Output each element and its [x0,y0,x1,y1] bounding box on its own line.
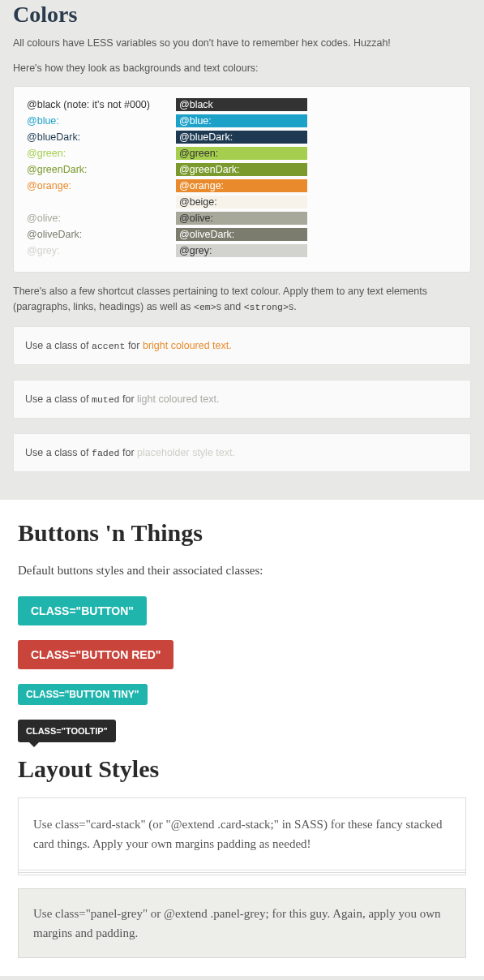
color-row: @blue:@blue: [27,114,457,127]
color-swatch: @blue: [176,114,307,127]
example-mid: for [125,340,143,351]
color-row: @beige: [27,196,457,208]
example-class-code: muted [92,394,120,405]
colors-panel: @black (note: it's not #000)@black@blue:… [13,86,471,273]
example-class-code: faded [92,448,120,458]
example-box: Use a class of muted for light coloured … [13,380,471,419]
color-label: @orange: [27,180,176,191]
button-tiny[interactable]: CLASS="BUTTON TINY" [18,684,148,705]
heading-buttons: Buttons 'n Things [18,519,466,547]
heading-colors: Colors [13,2,471,28]
tooltip-demo: CLASS="TOOLTIP" [18,720,116,742]
color-label: @blueDark: [27,131,176,143]
color-row: @olive:@olive: [27,212,457,225]
color-swatch: @grey: [176,244,307,257]
color-label: @oliveDark: [27,229,176,240]
example-demo-text: placeholder style text. [137,447,235,458]
code-em: <em> [194,302,216,312]
color-label: @olive: [27,213,176,224]
example-demo-text: light coloured text. [137,393,219,405]
color-swatch: @greenDark: [176,163,307,176]
button-default[interactable]: CLASS="BUTTON" [18,596,147,625]
example-mid: for [120,447,138,458]
desc-text: s. [289,301,297,312]
color-row: @oliveDark:@oliveDark: [27,228,457,241]
buttons-intro: Default buttons styles and their associa… [18,561,466,580]
color-label: @grey: [27,245,176,256]
button-red[interactable]: CLASS="BUTTON RED" [18,640,173,669]
panel-grey-demo: Use class="panel-grey" or @extend .panel… [18,888,466,958]
color-row: @green:@green: [27,147,457,160]
example-demo-text: bright coloured text. [143,340,232,351]
example-mid: for [120,393,138,405]
example-class-code: accent [92,341,125,351]
colors-intro-2: Here's how they look as backgrounds and … [13,61,471,76]
colors-desc: There's also a few shortcut classes pert… [13,284,471,316]
color-row: @blueDark:@blueDark: [27,131,457,144]
desc-text: s and [216,301,244,312]
color-label: @green: [27,148,176,159]
example-box: Use a class of accent for bright coloure… [13,326,471,365]
example-pre: Use a class of [25,393,92,405]
heading-layout: Layout Styles [18,755,466,783]
color-row: @orange:@orange: [27,179,457,192]
color-label: @blue: [27,115,176,127]
colors-intro-1: All colours have LESS variables so you d… [13,36,471,51]
color-row: @black (note: it's not #000)@black [27,98,457,111]
example-pre: Use a class of [25,340,92,351]
example-pre: Use a class of [25,447,92,458]
color-row: @grey:@grey: [27,244,457,257]
color-swatch: @olive: [176,212,307,225]
color-swatch: @black [176,98,307,111]
color-swatch: @orange: [176,179,307,192]
color-swatch: @beige: [176,196,307,208]
color-row: @greenDark:@greenDark: [27,163,457,176]
card-stack-demo: Use class="card-stack" (or "@extend .car… [18,797,466,870]
color-swatch: @oliveDark: [176,228,307,241]
code-strong: <strong> [244,302,289,312]
color-label: @black (note: it's not #000) [27,99,176,110]
color-label: @greenDark: [27,164,176,175]
example-box: Use a class of faded for placeholder sty… [13,433,471,472]
color-swatch: @green: [176,147,307,160]
color-swatch: @blueDark: [176,131,307,144]
